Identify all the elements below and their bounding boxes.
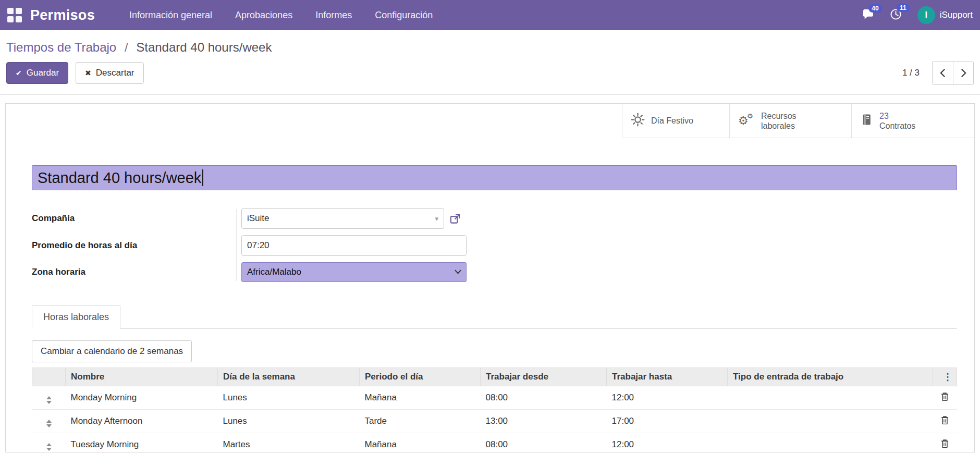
text-cursor [202, 169, 203, 186]
book-icon [860, 113, 873, 128]
cell-type[interactable] [728, 433, 933, 453]
company-field-label: Compañía [32, 213, 236, 224]
control-panel: ✔ Guardar ✖ Descartar 1 / 3 [0, 55, 980, 95]
cell-type[interactable] [728, 410, 933, 433]
company-field[interactable]: iSuite ▾ [241, 208, 444, 229]
hours-per-day-field-label: Promedio de horas al día [32, 240, 236, 251]
top-menu: Información general Aprobaciones Informe… [118, 0, 444, 30]
stat-label-dia-festivo: Día Festivo [651, 116, 693, 126]
company-field-value: iSuite [247, 213, 270, 224]
menu-informacion-general[interactable]: Información general [118, 0, 224, 30]
cell-name[interactable]: Monday Morning [66, 386, 218, 410]
hours-per-day-input[interactable]: 07:20 [241, 235, 467, 256]
stat-button-box: Día Festivo ⚙ ⚙ Recursos laborales 23 [6, 104, 974, 138]
cell-from[interactable]: 08:00 [481, 386, 607, 410]
hours-per-day-value: 07:20 [247, 240, 270, 251]
dropdown-caret-icon[interactable]: ▾ [435, 215, 438, 223]
drag-handle-icon[interactable] [46, 443, 52, 451]
column-options-kebab-icon[interactable]: ⋮ [933, 368, 957, 386]
cell-period[interactable]: Mañana [360, 386, 481, 410]
table-row[interactable]: Monday Afternoon Lunes Tarde 13:00 17:00 [32, 410, 957, 433]
check-icon: ✔ [16, 68, 22, 78]
timezone-field-label: Zona horaria [32, 267, 236, 277]
pager-buttons [932, 61, 974, 85]
cell-name[interactable]: Monday Afternoon [66, 410, 218, 433]
column-header-periodo[interactable]: Periodo el día [360, 368, 481, 386]
tab-horas-laborales[interactable]: Horas laborales [32, 305, 120, 329]
drag-handle-icon[interactable] [46, 396, 52, 404]
sun-icon [631, 113, 645, 129]
gears-icon: ⚙ ⚙ [738, 113, 755, 129]
delete-row-trash-icon[interactable] [940, 415, 949, 425]
cell-period[interactable]: Tarde [360, 410, 481, 433]
column-header-desde[interactable]: Trabajar desde [481, 368, 607, 386]
messages-button[interactable]: 40 [862, 9, 874, 22]
delete-row-trash-icon[interactable] [940, 392, 949, 401]
messages-badge: 40 [868, 4, 881, 13]
menu-configuracion[interactable]: Configuración [363, 0, 444, 30]
app-title[interactable]: Permisos [30, 7, 95, 23]
cell-from[interactable]: 13:00 [481, 410, 607, 433]
cell-name[interactable]: Tuesday Morning [66, 433, 218, 453]
breadcrumb-parent-link[interactable]: Tiempos de Trabajo [6, 40, 116, 54]
activities-badge: 11 [897, 4, 910, 12]
column-header-nombre[interactable]: Nombre [66, 368, 218, 386]
internal-link-icon[interactable] [449, 213, 461, 225]
stat-label-contratos: Contratos [879, 121, 915, 131]
switch-two-week-calendar-button[interactable]: Cambiar a calendario de 2 semanas [32, 340, 192, 362]
column-header-hasta[interactable]: Trabajar hasta [607, 368, 728, 386]
breadcrumb-separator: / [125, 40, 128, 54]
column-header-dia[interactable]: Día de la semana [218, 368, 360, 386]
cell-to[interactable]: 17:00 [607, 410, 728, 433]
cell-to[interactable]: 12:00 [607, 386, 728, 410]
table-row[interactable]: Monday Morning Lunes Mañana 08:00 12:00 [32, 386, 957, 410]
form-sheet: Día Festivo ⚙ ⚙ Recursos laborales 23 [5, 103, 975, 452]
cell-from[interactable]: 08:00 [481, 433, 607, 453]
close-icon: ✖ [85, 68, 91, 78]
column-header-tipo[interactable]: Tipo de entrada de trabajo [728, 368, 933, 386]
activities-button[interactable]: 11 [890, 8, 902, 22]
pager-next-button[interactable] [953, 62, 973, 84]
stat-label-recursos-line1: Recursos [761, 111, 797, 121]
user-menu[interactable]: I iSupport [917, 6, 973, 24]
chevron-right-icon [960, 68, 967, 78]
user-name: iSupport [940, 10, 973, 20]
save-button-label: Guardar [27, 68, 59, 78]
save-button[interactable]: ✔ Guardar [6, 62, 68, 84]
stat-label-recursos-line2: laborales [761, 121, 797, 131]
table-row[interactable]: Tuesday Morning Martes Mañana 08:00 12:0… [32, 433, 957, 453]
page: Permisos Información general Aprobacione… [0, 0, 980, 453]
pager: 1 / 3 [902, 61, 974, 85]
cell-type[interactable] [728, 386, 933, 410]
discard-button[interactable]: ✖ Descartar [76, 62, 143, 84]
form-fields: Compañía iSuite ▾ Promedio de horas al d… [32, 208, 957, 282]
discard-button-label: Descartar [96, 68, 134, 78]
menu-aprobaciones[interactable]: Aprobaciones [224, 0, 304, 30]
cell-day[interactable]: Martes [218, 433, 360, 453]
stat-button-dia-festivo[interactable]: Día Festivo [622, 104, 729, 138]
apps-menu-icon[interactable] [7, 8, 22, 22]
notebook-tabs: Horas laborales [32, 305, 957, 329]
timezone-selected-value: Africa/Malabo [247, 267, 301, 277]
top-navbar: Permisos Información general Aprobacione… [0, 0, 980, 30]
record-name-input[interactable]: Standard 40 hours/week [32, 165, 957, 190]
systray: 40 11 I iSupport [862, 6, 973, 24]
pager-value: 1 / 3 [902, 68, 920, 78]
breadcrumb-current: Standard 40 hours/week [136, 40, 272, 54]
drag-handle-icon[interactable] [46, 420, 52, 427]
table-header-row: Nombre Día de la semana Periodo el día T… [32, 368, 957, 386]
cell-period[interactable]: Mañana [360, 433, 481, 453]
breadcrumb: Tiempos de Trabajo / Standard 40 hours/w… [0, 30, 980, 55]
pager-previous-button[interactable] [933, 62, 953, 84]
working-hours-table: Nombre Día de la semana Periodo el día T… [32, 368, 957, 452]
menu-informes[interactable]: Informes [304, 0, 363, 30]
cell-to[interactable]: 12:00 [607, 433, 728, 453]
column-header-handle [32, 368, 66, 386]
timezone-select[interactable]: Africa/Malabo [241, 262, 467, 282]
cell-day[interactable]: Lunes [218, 410, 360, 433]
chevron-left-icon [939, 68, 946, 78]
stat-button-recursos-laborales[interactable]: ⚙ ⚙ Recursos laborales [729, 104, 851, 138]
delete-row-trash-icon[interactable] [940, 439, 949, 448]
cell-day[interactable]: Lunes [218, 386, 360, 410]
stat-button-contratos[interactable]: 23 Contratos [851, 104, 974, 138]
